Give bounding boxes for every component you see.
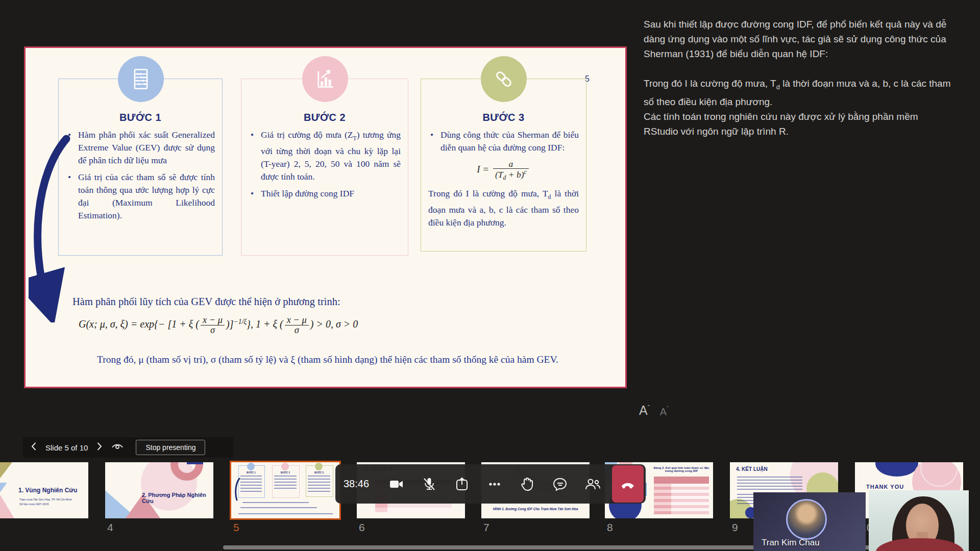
notes-paragraph: Sau khi thiết lập được đường cong IDF, đ… (644, 17, 952, 61)
bar-chart-icon (302, 56, 348, 102)
thumbnail-bullet: Số liệu mưa 1927-2015 (19, 503, 49, 506)
thumbnail-title: THANK YOU (866, 484, 904, 490)
mini-step-title: BƯỚC 3 (306, 471, 332, 474)
curved-arrow (29, 134, 90, 322)
chat-button[interactable] (551, 475, 569, 493)
thumbnail-title: 2. Phương Pháp Nghiên Cứu (142, 492, 213, 504)
step-box-2: BƯỚC 2 Giá trị cường độ mưa (ZT) tương ứ… (241, 79, 408, 256)
participant-avatar (786, 499, 827, 540)
slide-thumbnail-4[interactable]: 2. Phương Pháp Nghiên Cứu (105, 462, 213, 518)
presenter-toolbar: Slide 5 of 10 Stop presenting (23, 437, 233, 458)
call-timer: 38:46 (344, 478, 380, 490)
slide-thumbnail-5-selected[interactable]: BƯỚC 1 BƯỚC 2 BƯỚC 3 (230, 461, 341, 520)
previous-slide-button[interactable] (29, 442, 38, 453)
private-view-eye-icon[interactable] (111, 442, 124, 453)
notes-paragraph: Trong đó I là cường độ mưa, Td là thời đ… (644, 76, 952, 109)
caret-up-icon: ˆ (648, 405, 650, 412)
gev-formula: G(x; μ, σ, ξ) = exp{− [1 + ξ (x − μσ)]−1… (79, 315, 358, 336)
step-title: BƯỚC 2 (249, 112, 401, 123)
camera-on-button[interactable] (388, 475, 405, 493)
participant-video-tile[interactable] (869, 490, 969, 551)
increase-font-button[interactable]: Aˆ (639, 403, 650, 418)
thumbnail-number: 8 (607, 521, 613, 534)
thumbnail-number: 4 (107, 521, 113, 534)
caret-down-icon: ˇ (667, 406, 669, 413)
thumbnail-title: 4. KẾT LUẬN (736, 466, 768, 472)
step-bullet: Dùng công thức của Sherman để biểu diễn … (428, 129, 579, 154)
step-bullet: Thiết lập đường cong IDF (249, 187, 401, 200)
mini-arrow (234, 478, 241, 503)
step-note: Trong đó I là cường độ mưa, Td là thời đ… (428, 187, 579, 229)
participant-tile[interactable]: Tran Kim Chau (753, 492, 866, 551)
more-options-button[interactable] (486, 475, 503, 493)
mini-step-title: BƯỚC 2 (272, 471, 299, 474)
stop-presenting-button[interactable]: Stop presenting (136, 440, 205, 455)
next-slide-button[interactable] (95, 442, 104, 453)
hang-up-button[interactable] (612, 465, 644, 503)
step-bullet: Giá trị cường độ mưa (ZT) tương ứng với … (249, 129, 401, 183)
mini-step-title: BƯỚC 1 (238, 471, 264, 474)
thumbnail-caption: HÌNH 1. Đường Cong IDF Cho Trạm Mưa Tân … (485, 507, 585, 511)
decrease-font-button[interactable]: Aˇ (660, 406, 669, 418)
slide-thumbnail-3[interactable]: 1. Vùng Nghiên Cứu Trạm mưa Tân Sơn Hòa,… (0, 462, 88, 518)
thumbnail-title: Bảng 2. Kết quả tính toán tham số đặc tr… (652, 466, 711, 472)
thumbnail-bullet: Trạm mưa Tân Sơn Hòa, TP. Hồ Chí Minh (19, 498, 72, 501)
call-controls-bar: 38:46 (335, 464, 646, 504)
share-tray-button[interactable] (453, 475, 471, 493)
teams-presentation-screen: 5 BƯỚC 1 Hàm phân phối xác suất Gener (0, 0, 980, 551)
abacus-icon (118, 56, 164, 102)
step-box-3: BƯỚC 3 Dùng công thức của Sherman để biể… (421, 79, 586, 252)
presenter-notes: Sau khi thiết lập được đường cong IDF, đ… (644, 17, 952, 139)
notes-font-controls: Aˆ Aˇ (639, 403, 669, 418)
participant-name: Tran Kim Chau (762, 538, 820, 548)
raise-hand-button[interactable] (519, 475, 536, 493)
thumbnail-number: 6 (359, 521, 365, 534)
thumbnail-number-selected: 5 (233, 521, 239, 534)
notes-paragraph: Các tính toán trong nghiên cứu này được … (644, 109, 952, 139)
gev-intro-text: Hàm phân phối lũy tích của GEV được thể … (72, 296, 340, 308)
shared-slide: 5 BƯỚC 1 Hàm phân phối xác suất Gener (24, 46, 627, 388)
participants-button[interactable] (584, 475, 601, 493)
gev-note-text: Trong đó, μ (tham số vị trí), σ (tham số… (56, 354, 599, 365)
thumbnail-number: 9 (732, 521, 738, 534)
phone-handset-icon (619, 475, 636, 493)
chain-link-icon (481, 56, 527, 102)
slide-counter: Slide 5 of 10 (45, 443, 88, 452)
step-title: BƯỚC 3 (428, 112, 579, 123)
microphone-muted-button[interactable] (421, 475, 438, 493)
sherman-formula: I = a(Td + b)c (428, 159, 579, 181)
thumbnail-title: 1. Vùng Nghiên Cứu (18, 487, 77, 494)
thumbnail-number: 7 (483, 521, 489, 534)
step-title: BƯỚC 1 (66, 112, 215, 123)
